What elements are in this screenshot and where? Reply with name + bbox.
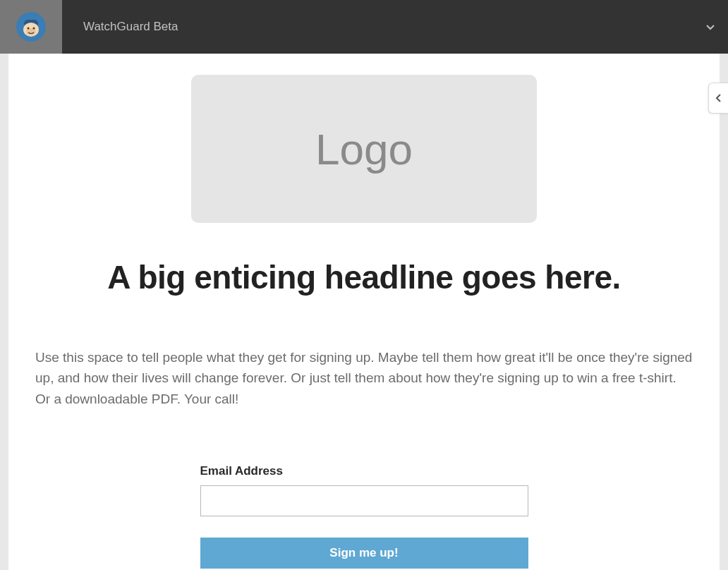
logo-placeholder[interactable]: Logo [191,75,537,223]
svg-point-4 [33,28,35,30]
mailchimp-logo-icon [16,12,46,42]
submit-button[interactable]: Sign me up! [200,538,528,569]
signup-form: Email Address Sign me up! [200,464,528,569]
account-name[interactable]: WatchGuard Beta [83,20,178,34]
page-description[interactable]: Use this space to tell people what they … [35,347,693,409]
side-panel-toggle[interactable] [708,83,728,114]
page-headline[interactable]: A big enticing headline goes here. [35,258,693,296]
app-header: WatchGuard Beta [0,0,728,54]
email-input[interactable] [200,485,528,516]
account-dropdown-caret-icon[interactable] [705,20,715,33]
main-content-area: Logo A big enticing headline goes here. … [0,54,728,570]
svg-point-2 [26,28,36,35]
svg-point-3 [28,28,30,30]
email-label: Email Address [200,464,528,478]
signup-page-card: Logo A big enticing headline goes here. … [8,54,720,570]
brand-logo-container[interactable] [0,0,62,54]
chevron-left-icon [715,93,722,103]
logo-placeholder-text: Logo [315,124,413,174]
